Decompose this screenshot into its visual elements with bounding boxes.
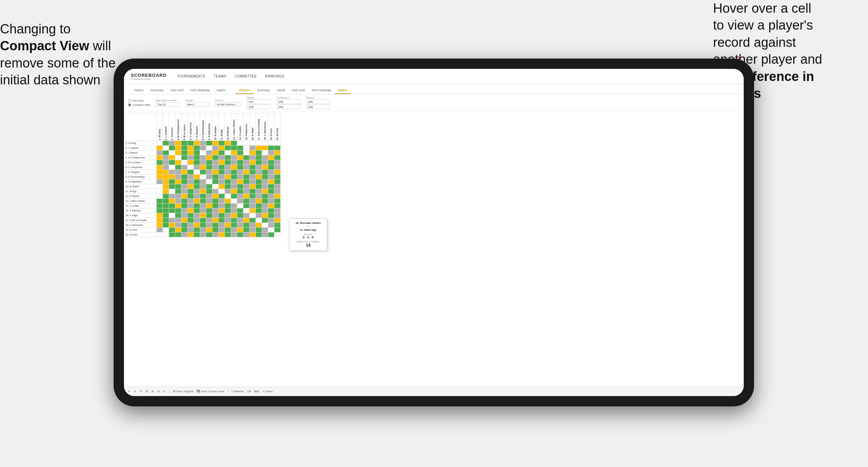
cell-14-11[interactable] — [225, 208, 231, 213]
toolbar-share[interactable]: ↗ Share — [262, 390, 273, 393]
cell-4-4[interactable] — [181, 160, 188, 165]
cell-1-3[interactable] — [175, 146, 181, 151]
cell-10-9[interactable] — [212, 189, 219, 194]
cell-14-6[interactable] — [194, 208, 200, 213]
cell-7-15[interactable] — [250, 175, 256, 179]
cell-9-13[interactable] — [237, 184, 243, 189]
cell-8-18[interactable] — [268, 179, 274, 184]
cell-0-4[interactable] — [181, 141, 188, 146]
cell-9-0[interactable] — [157, 184, 163, 189]
cell-18-11[interactable] — [225, 228, 231, 232]
toolbar-grid2[interactable]: ⊞⊞ — [254, 390, 259, 393]
cell-15-8[interactable] — [206, 213, 212, 218]
cell-19-16[interactable] — [256, 232, 262, 237]
cell-8-8[interactable] — [206, 179, 212, 184]
cell-12-4[interactable] — [181, 199, 188, 204]
cell-3-3[interactable] — [175, 155, 181, 160]
cell-19-9[interactable] — [212, 232, 219, 237]
cell-6-0[interactable] — [157, 170, 163, 175]
cell-3-10[interactable] — [219, 155, 225, 160]
cell-19-11[interactable] — [225, 232, 231, 237]
cell-16-18[interactable] — [268, 218, 274, 223]
cell-19-5[interactable] — [188, 232, 194, 237]
cell-12-7[interactable] — [200, 199, 206, 204]
cell-0-14[interactable] — [243, 141, 250, 146]
cell-6-18[interactable] — [268, 170, 274, 175]
cell-19-19[interactable] — [274, 232, 281, 237]
cell-11-1[interactable] — [163, 194, 169, 199]
cell-4-11[interactable] — [225, 160, 231, 165]
cell-2-3[interactable] — [175, 151, 181, 155]
cell-0-9[interactable] — [212, 141, 219, 146]
cell-17-16[interactable] — [256, 223, 262, 228]
cell-1-11[interactable] — [225, 146, 231, 151]
cell-19-0[interactable] — [157, 232, 163, 237]
cell-9-8[interactable] — [206, 184, 212, 189]
cell-17-7[interactable] — [200, 223, 206, 228]
cell-14-12[interactable] — [231, 208, 237, 213]
cell-4-19[interactable] — [274, 160, 281, 165]
cell-5-17[interactable] — [262, 165, 268, 170]
cell-5-8[interactable] — [206, 165, 212, 170]
cell-7-0[interactable] — [157, 175, 163, 179]
cell-4-8[interactable] — [206, 160, 212, 165]
cell-4-6[interactable] — [194, 160, 200, 165]
cell-14-15[interactable] — [250, 208, 256, 213]
cell-7-3[interactable] — [175, 175, 181, 179]
sub-tab-summary-right[interactable]: Summary — [253, 87, 274, 94]
cell-11-12[interactable] — [231, 194, 237, 199]
cell-12-19[interactable] — [274, 199, 281, 204]
cell-19-14[interactable] — [243, 232, 250, 237]
cell-4-12[interactable] — [231, 160, 237, 165]
cell-10-5[interactable] — [188, 189, 194, 194]
cell-3-5[interactable] — [188, 155, 194, 160]
cell-1-1[interactable] — [163, 146, 169, 151]
cell-15-13[interactable] — [237, 213, 243, 218]
cell-3-0[interactable] — [157, 155, 163, 160]
cell-12-15[interactable] — [250, 199, 256, 204]
cell-11-16[interactable] — [256, 194, 262, 199]
cell-9-10[interactable] — [219, 184, 225, 189]
cell-3-16[interactable] — [256, 155, 262, 160]
cell-0-16[interactable] — [256, 141, 262, 146]
cell-9-12[interactable] — [231, 184, 237, 189]
cell-3-2[interactable] — [169, 155, 175, 160]
cell-8-10[interactable] — [219, 179, 225, 184]
cell-13-18[interactable] — [268, 204, 274, 208]
cell-13-15[interactable] — [250, 204, 256, 208]
players-select-1[interactable]: (All) — [306, 100, 330, 104]
cell-13-5[interactable] — [188, 204, 194, 208]
cell-18-7[interactable] — [200, 228, 206, 232]
cell-2-5[interactable] — [188, 151, 194, 155]
cell-9-11[interactable] — [225, 184, 231, 189]
cell-7-18[interactable] — [268, 175, 274, 179]
cell-5-19[interactable] — [274, 165, 281, 170]
cell-13-10[interactable] — [219, 204, 225, 208]
cell-6-14[interactable] — [243, 170, 250, 175]
cell-19-17[interactable] — [262, 232, 268, 237]
cell-14-17[interactable] — [262, 208, 268, 213]
cell-13-8[interactable] — [206, 204, 212, 208]
nav-committee[interactable]: COMMITTEE — [234, 74, 257, 78]
division-select[interactable]: NCAA Division I — [215, 102, 241, 107]
cell-7-13[interactable] — [237, 175, 243, 179]
cell-11-7[interactable] — [200, 194, 206, 199]
cell-19-8[interactable] — [206, 232, 212, 237]
cell-16-4[interactable] — [181, 218, 188, 223]
cell-15-17[interactable] — [262, 213, 268, 218]
cell-19-15[interactable] — [250, 232, 256, 237]
nav-rankings[interactable]: RANKINGS — [265, 74, 284, 78]
cell-17-13[interactable] — [237, 223, 243, 228]
cell-10-15[interactable] — [250, 189, 256, 194]
cell-17-11[interactable] — [225, 223, 231, 228]
cell-18-8[interactable] — [206, 228, 212, 232]
cell-19-4[interactable] — [181, 232, 188, 237]
cell-5-15[interactable] — [250, 165, 256, 170]
cell-10-1[interactable] — [163, 189, 169, 194]
cell-11-18[interactable] — [268, 194, 274, 199]
cell-8-19[interactable] — [274, 179, 281, 184]
cell-17-9[interactable] — [212, 223, 219, 228]
cell-14-1[interactable] — [163, 208, 169, 213]
cell-3-17[interactable] — [262, 155, 268, 160]
cell-14-9[interactable] — [212, 208, 219, 213]
